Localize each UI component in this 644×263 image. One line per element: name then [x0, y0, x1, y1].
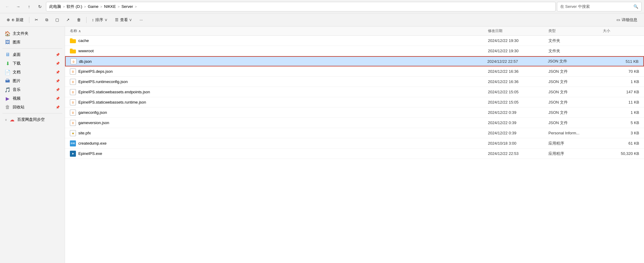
search-bar[interactable]: 在 Server 中搜索 🔍 [557, 2, 642, 11]
file-date-cell: 2024/12/22 19:30 [488, 49, 548, 53]
address-bar[interactable]: 此电脑 > 软件 (D:) > Game > NIKKE > Server > [46, 2, 556, 11]
table-row[interactable]: {} EpineIPS.staticwebassets.runtime.json… [65, 97, 644, 107]
file-date-cell: 2024/12/22 15:05 [488, 100, 548, 104]
col-type[interactable]: 类型 [548, 28, 603, 34]
new-icon: ⊕ [7, 18, 10, 22]
toolbar-divider2 [86, 17, 87, 23]
sep2: > [84, 5, 86, 8]
file-name-cell: ▶ EpineIPS.exe [70, 151, 488, 157]
file-name-text: EpineIPS.staticwebassets.runtime.json [78, 100, 146, 104]
file-date-cell: 2024/12/22 19:30 [488, 38, 548, 43]
file-size-cell: 70 KB [603, 69, 639, 74]
file-size-cell: 3 KB [603, 131, 639, 135]
file-name-cell: {} db.json [70, 58, 487, 64]
sidebar-item-doc[interactable]: 📄 文档 📌 [1, 68, 64, 76]
file-name-cell: wwwroot [70, 49, 488, 53]
file-name-cell: {} EpineIPS.staticwebassets.runtime.json [70, 99, 488, 105]
table-row[interactable]: {} db.json 2024/12/22 22:57 JSON 文件 511 … [65, 56, 644, 66]
sidebar-item-home[interactable]: 🏠 主文件夹 [1, 29, 64, 38]
rename-button[interactable]: ▢ [52, 15, 62, 25]
share-button[interactable]: ↗ [63, 15, 73, 25]
sep5: > [135, 5, 137, 8]
sidebar-divider2 [2, 113, 62, 114]
json-icon: {} [70, 99, 76, 105]
copy-icon: ⧉ [45, 18, 48, 22]
file-name-text: EpineIPS.exe [78, 151, 102, 156]
view-label: 查看 ∨ [120, 17, 132, 23]
sidebar-item-picture[interactable]: 🏔 图片 📌 [1, 77, 64, 85]
sidebar-item-video[interactable]: ▶ 视频 📌 [1, 94, 64, 103]
sort-button[interactable]: ↕ 排序 ∨ [89, 15, 111, 25]
col-size[interactable]: 大小 [603, 28, 639, 34]
sidebar-item-music[interactable]: 🎵 音乐 📌 [1, 85, 64, 94]
file-name-cell: {} EpineIPS.runtimeconfig.json [70, 79, 488, 85]
table-row[interactable]: {} gameversion.json 2024/12/22 0:39 JSON… [65, 118, 644, 128]
forward-button[interactable]: → [13, 2, 23, 11]
address-game: Game [88, 4, 98, 9]
folder-icon [70, 49, 76, 53]
sidebar-label-video: 视频 [13, 96, 21, 101]
delete-icon: 🗑 [77, 18, 81, 22]
refresh-button[interactable]: ↻ [35, 2, 45, 11]
detail-icon: ▭ [616, 18, 620, 22]
sidebar-item-desktop[interactable]: 🖥 桌面 📌 [1, 50, 64, 59]
col-name[interactable]: 名称 ∧ [70, 28, 488, 34]
sidebar-label-trash: 回收站 [13, 104, 25, 110]
json-icon: {} [70, 79, 76, 85]
main-layout: 🏠 主文件夹 🖼 图库 🖥 桌面 📌 ⬇ 下载 📌 📄 文档 📌 🏔 图片 📌 [0, 27, 644, 263]
json-icon: {} [70, 110, 76, 116]
file-name-cell: {} gameversion.json [70, 120, 488, 126]
more-button[interactable]: ··· [136, 15, 146, 25]
doc-icon: 📄 [5, 69, 10, 75]
pin-desktop: 📌 [56, 53, 60, 57]
folder-icon [70, 38, 76, 43]
sidebar-item-gallery[interactable]: 🖼 图库 [1, 38, 64, 47]
sidebar-item-cloud[interactable]: ∨ ☁ 百度网盘同步空 [1, 115, 64, 124]
file-type-cell: 应用程序 [548, 141, 603, 146]
sidebar-label-music: 音乐 [13, 87, 21, 92]
back-button[interactable]: ← [2, 2, 12, 11]
json-icon: {} [70, 58, 77, 64]
table-row[interactable]: wwwroot 2024/12/22 19:30 文件夹 [65, 46, 644, 56]
table-row[interactable]: ▶ EpineIPS.exe 2024/12/22 22:53 应用程序 50,… [65, 149, 644, 159]
table-row[interactable]: {} EpineIPS.staticwebassets.endpoints.js… [65, 87, 644, 97]
file-type-cell: JSON 文件 [548, 79, 603, 85]
table-row[interactable]: 🔒 site.pfx 2024/12/22 0:39 Personal Info… [65, 128, 644, 138]
col-date[interactable]: 修改日期 [488, 28, 548, 34]
file-name-text: EpineIPS.runtimeconfig.json [78, 79, 128, 84]
new-button[interactable]: ⊕ ⊕ 新建 [4, 15, 27, 25]
table-row[interactable]: {} gameconfig.json 2024/12/22 0:39 JSON … [65, 107, 644, 118]
cut-button[interactable]: ✂ [32, 15, 41, 25]
file-type-cell: Personal Inform... [548, 131, 603, 135]
json-icon: {} [70, 120, 76, 126]
new-label: ⊕ 新建 [11, 17, 24, 23]
toolbar-divider1 [29, 17, 29, 23]
file-type-cell: JSON 文件 [548, 69, 603, 74]
file-date-cell: 2024/12/22 16:36 [488, 79, 548, 84]
pin-trash: 📌 [56, 105, 60, 109]
file-name-cell: {} gameconfig.json [70, 110, 488, 116]
table-row[interactable]: {} EpineIPS.runtimeconfig.json 2024/12/2… [65, 77, 644, 87]
sidebar-item-download[interactable]: ⬇ 下载 📌 [1, 59, 64, 68]
table-row[interactable]: EXE createdump.exe 2024/10/18 3:00 应用程序 … [65, 138, 644, 149]
sidebar: 🏠 主文件夹 🖼 图库 🖥 桌面 📌 ⬇ 下载 📌 📄 文档 📌 🏔 图片 📌 [0, 27, 65, 263]
file-type-cell: JSON 文件 [548, 59, 602, 64]
delete-button[interactable]: 🗑 [74, 15, 84, 25]
table-row[interactable]: cache 2024/12/22 19:30 文件夹 [65, 36, 644, 46]
table-row[interactable]: {} EpineIPS.deps.json 2024/12/22 16:36 J… [65, 66, 644, 77]
pin-video: 📌 [56, 97, 60, 101]
address-drive: 软件 (D:) [67, 4, 82, 9]
json-icon: {} [70, 69, 76, 75]
file-size-cell: 1 KB [603, 79, 639, 84]
up-button[interactable]: ↑ [24, 2, 34, 11]
copy-button[interactable]: ⧉ [42, 15, 51, 25]
address-server: Server [121, 4, 133, 9]
detail-button[interactable]: ▭ 详细信息 [613, 15, 640, 25]
view-button[interactable]: ☰ 查看 ∨ [112, 15, 136, 25]
file-name-text: site.pfx [78, 131, 91, 135]
share-icon: ↗ [66, 18, 70, 22]
download-icon: ⬇ [5, 61, 10, 66]
address-pc: 此电脑 [49, 4, 61, 9]
sidebar-item-trash[interactable]: 🗑 回收站 📌 [1, 103, 64, 111]
more-icon: ··· [139, 18, 143, 22]
